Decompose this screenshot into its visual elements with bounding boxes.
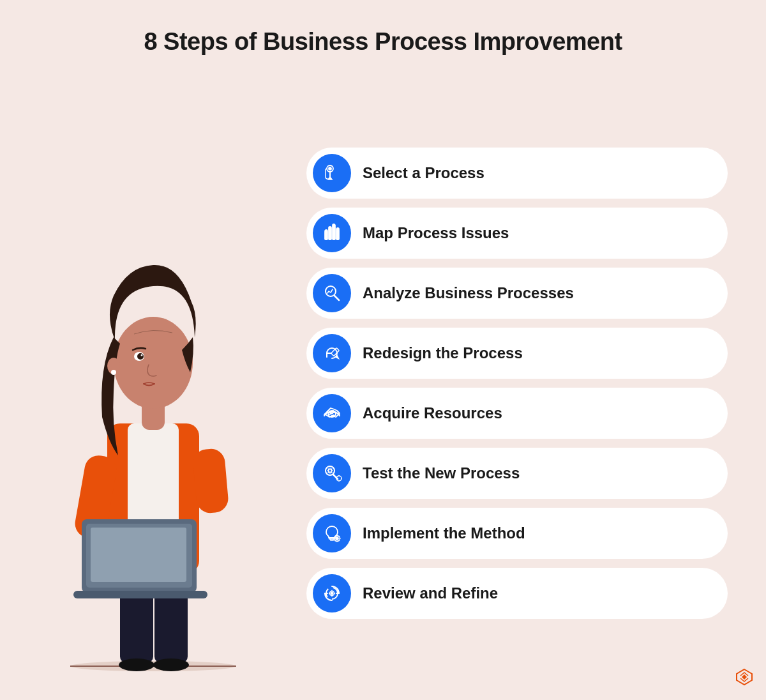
step-icon-3 [313, 274, 351, 312]
svg-point-17 [111, 370, 116, 375]
step-icon-8 [313, 574, 351, 612]
svg-point-19 [137, 353, 144, 360]
step-item-2: Map Process Issues [306, 208, 728, 259]
step-item-7: Implement the Method [306, 508, 728, 559]
svg-point-31 [326, 286, 336, 296]
svg-point-27 [325, 230, 327, 232]
step-label-8: Review and Refine [363, 584, 498, 602]
svg-point-30 [336, 228, 339, 231]
svg-rect-25 [333, 226, 335, 240]
step-item-4: Redesign the Process [306, 328, 728, 379]
step-label-7: Implement the Method [363, 524, 525, 542]
svg-rect-24 [329, 229, 331, 240]
svg-rect-32 [331, 348, 340, 356]
logo-watermark [735, 668, 753, 690]
person-illustration [45, 225, 262, 673]
step-item-3: Analyze Business Processes [306, 268, 728, 319]
step-icon-7 [313, 514, 351, 552]
svg-rect-9 [192, 448, 230, 514]
steps-list: Select a Process Map Process Issues [306, 68, 766, 698]
svg-point-29 [333, 224, 335, 227]
step-icon-4 [313, 334, 351, 372]
svg-point-28 [329, 227, 331, 229]
step-label-4: Redesign the Process [363, 344, 523, 362]
svg-point-41 [331, 593, 333, 595]
step-icon-2 [313, 214, 351, 252]
svg-point-22 [329, 167, 331, 170]
content-area: Select a Process Map Process Issues [0, 68, 766, 698]
illustration-area [0, 68, 306, 698]
step-label-5: Acquire Resources [363, 404, 502, 422]
page-title: 8 Steps of Business Process Improvement [0, 0, 766, 68]
svg-rect-13 [73, 591, 207, 598]
step-label-6: Test the New Process [363, 464, 520, 482]
step-item-6: Test the New Process [306, 448, 728, 499]
step-label-3: Analyze Business Processes [363, 284, 574, 302]
svg-rect-12 [91, 528, 186, 582]
step-icon-5 [313, 394, 351, 432]
step-item-1: Select a Process [306, 148, 728, 199]
step-item-8: Review and Refine [306, 568, 728, 619]
step-label-1: Select a Process [363, 164, 484, 182]
step-item-5: Acquire Resources [306, 388, 728, 439]
svg-rect-26 [336, 230, 339, 240]
svg-point-20 [141, 354, 143, 356]
svg-point-5 [153, 658, 189, 671]
svg-point-4 [119, 658, 154, 671]
step-label-2: Map Process Issues [363, 224, 509, 242]
svg-point-38 [336, 537, 338, 540]
step-icon-1 [313, 154, 351, 192]
step-icon-6 [313, 454, 351, 492]
